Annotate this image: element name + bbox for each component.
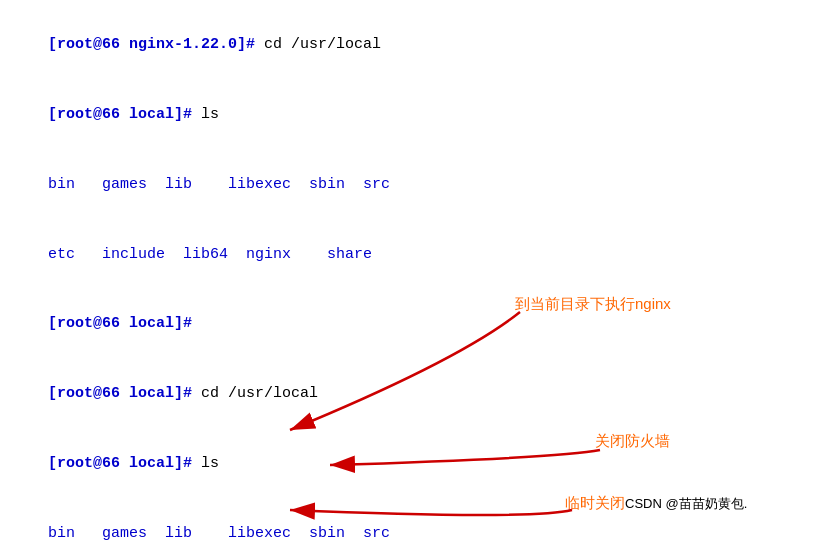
arrows-svg [0,0,836,553]
terminal: [root@66 nginx-1.22.0]# cd /usr/local [r… [0,0,836,553]
